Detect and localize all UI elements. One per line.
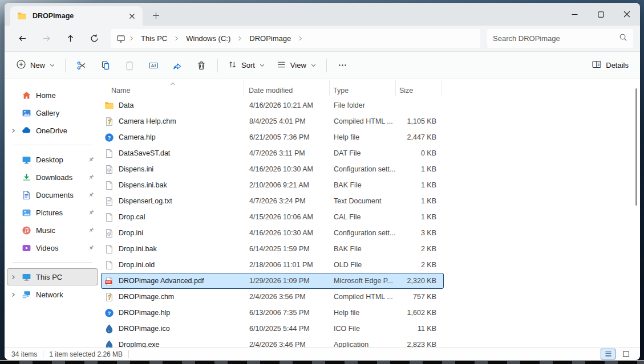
plus-circle-icon bbox=[16, 59, 26, 71]
file-date-modified: 6/14/2025 1:59 PM bbox=[244, 245, 330, 253]
details-view-button[interactable] bbox=[601, 349, 615, 359]
file-file-icon bbox=[104, 260, 114, 270]
rename-button[interactable]: A bbox=[141, 55, 165, 76]
chm-file-icon: ? bbox=[104, 292, 114, 302]
sidebar-item-home[interactable]: Home bbox=[7, 87, 98, 104]
file-list: Data 4/16/2026 10:21 AM File folder ? Ca… bbox=[100, 97, 640, 347]
file-row[interactable]: DataSaveST.dat 4/7/2026 3:11 PM DAT File… bbox=[101, 145, 444, 161]
large-icons-view-button[interactable] bbox=[618, 349, 633, 359]
maximize-button[interactable] bbox=[588, 3, 614, 26]
chevron-right-icon[interactable] bbox=[295, 35, 305, 42]
more-options-button[interactable] bbox=[331, 55, 355, 76]
ini-file-icon bbox=[104, 228, 114, 238]
minimize-button[interactable] bbox=[561, 3, 588, 26]
sidebar-item-gallery[interactable]: Gallery bbox=[7, 104, 98, 121]
column-header-size[interactable]: Size bbox=[396, 80, 442, 96]
file-name: Drop.cal bbox=[119, 213, 145, 221]
address-bar[interactable]: This PCWindows (C:)DROPimage bbox=[111, 29, 480, 48]
file-date-modified: 1/29/2026 1:09 PM bbox=[244, 277, 330, 285]
file-row[interactable]: Drop.ini.bak 6/14/2025 1:59 PM BAK File … bbox=[101, 241, 444, 257]
file-row[interactable]: Drop.cal 4/15/2026 10:06 AM CAL File 1 K… bbox=[101, 209, 444, 225]
copy-button[interactable] bbox=[94, 55, 118, 76]
search-icon[interactable] bbox=[619, 33, 627, 44]
file-type: Microsoft Edge P... bbox=[330, 277, 396, 285]
file-row[interactable]: ? DROPimage.hlp 6/13/2006 7:35 PM Help f… bbox=[101, 305, 444, 321]
sidebar-item-label: Documents bbox=[34, 191, 84, 199]
file-row[interactable]: Drop.ini.old 2/18/2006 11:01 PM OLD File… bbox=[101, 257, 444, 273]
sidebar-item-pictures[interactable]: Pictures bbox=[7, 204, 98, 221]
scrollbar-thumb[interactable] bbox=[635, 88, 637, 206]
chevron-right-icon[interactable] bbox=[127, 35, 136, 42]
forward-button[interactable] bbox=[37, 29, 56, 48]
up-button[interactable] bbox=[60, 29, 80, 48]
file-row[interactable]: DROPimage.ico 6/10/2025 5:44 PM ICO File… bbox=[101, 321, 444, 337]
file-size: 0 KB bbox=[396, 149, 442, 157]
file-row[interactable]: Drop.ini 4/16/2026 10:30 AM Configuratio… bbox=[101, 225, 444, 241]
file-type: ICO File bbox=[330, 325, 396, 333]
details-pane-button[interactable]: Details bbox=[586, 55, 634, 76]
sidebar-item-documents[interactable]: Documents bbox=[7, 186, 98, 203]
sidebar-item-this-pc[interactable]: This PC bbox=[7, 268, 98, 285]
file-date-modified: 6/13/2006 7:35 PM bbox=[244, 309, 330, 317]
chevron-right-icon[interactable] bbox=[7, 274, 19, 280]
breadcrumb-item[interactable]: This PC bbox=[136, 32, 172, 45]
tab-close-icon[interactable] bbox=[125, 10, 138, 22]
chevron-right-icon[interactable] bbox=[7, 292, 19, 298]
sidebar-item-desktop[interactable]: Desktop bbox=[7, 151, 98, 168]
file-row[interactable]: Dispens.ini 4/16/2026 10:30 AM Configura… bbox=[101, 161, 444, 177]
chevron-right-icon[interactable] bbox=[7, 128, 19, 134]
view-button[interactable]: View bbox=[271, 55, 322, 76]
file-row[interactable]: ? Camera.hlp 6/21/2005 7:36 PM Help file… bbox=[101, 129, 444, 145]
file-row[interactable]: Data 4/16/2026 10:21 AM File folder bbox=[101, 97, 444, 113]
sidebar-item-videos[interactable]: Videos bbox=[7, 239, 98, 256]
file-type: Text Document bbox=[330, 197, 396, 205]
chevron-right-icon[interactable] bbox=[172, 35, 181, 42]
paste-button[interactable] bbox=[118, 55, 141, 76]
file-row[interactable]: ? Camera Help.chm 8/4/2025 4:01 PM Compi… bbox=[101, 113, 444, 129]
file-name: DROPimage.chm bbox=[119, 293, 174, 301]
sidebar-item-label: OneDrive bbox=[34, 126, 84, 135]
sort-button[interactable]: Sort bbox=[222, 55, 271, 76]
sidebar-item-label: Desktop bbox=[34, 156, 84, 164]
close-button[interactable] bbox=[614, 3, 640, 26]
sidebar-item-onedrive[interactable]: OneDrive bbox=[7, 122, 98, 139]
column-header-name[interactable]: Name bbox=[102, 80, 244, 96]
sidebar-item-network[interactable]: Network bbox=[7, 286, 98, 303]
sidebar-item-label: Downloads bbox=[34, 173, 84, 182]
sidebar: Home Gallery OneDrive Desktop bbox=[5, 79, 100, 347]
file-date-modified: 2/4/2026 3:56 PM bbox=[244, 293, 330, 301]
chevron-right-icon[interactable] bbox=[235, 35, 245, 42]
toolbar-divider bbox=[65, 59, 66, 72]
breadcrumb-item[interactable]: Windows (C:) bbox=[181, 32, 235, 45]
file-date-modified: 2/4/2026 3:46 PM bbox=[244, 341, 330, 347]
vertical-scrollbar[interactable] bbox=[634, 81, 639, 345]
pin-icon bbox=[84, 209, 98, 216]
new-button[interactable]: New bbox=[10, 55, 61, 76]
file-row[interactable]: DropImg.exe 2/4/2026 3:46 PM Application… bbox=[101, 337, 444, 347]
breadcrumb-item[interactable]: DROPimage bbox=[245, 32, 295, 45]
back-button[interactable] bbox=[13, 29, 32, 48]
file-row[interactable]: Dispens.ini.bak 2/10/2006 9:21 AM BAK Fi… bbox=[101, 177, 444, 193]
new-tab-button[interactable] bbox=[147, 7, 164, 24]
this-pc-icon bbox=[19, 272, 34, 282]
delete-button[interactable] bbox=[189, 55, 213, 76]
file-name: Dispens.ini bbox=[119, 165, 153, 173]
file-explorer-window: DROPimage bbox=[5, 3, 640, 360]
sidebar-item-label: Gallery bbox=[34, 109, 84, 117]
file-row[interactable]: ? DROPimage.chm 2/4/2026 3:56 PM Compile… bbox=[101, 289, 444, 305]
cut-button[interactable] bbox=[70, 55, 94, 76]
status-bar: 34 items 1 item selected 2.26 MB bbox=[5, 347, 640, 360]
refresh-button[interactable] bbox=[84, 29, 104, 48]
explorer-tab[interactable]: DROPimage bbox=[10, 6, 143, 26]
search-box[interactable] bbox=[487, 29, 633, 48]
toolbar-divider bbox=[217, 59, 218, 72]
column-headers: Name Date modified Type Size bbox=[102, 80, 640, 96]
sidebar-item-downloads[interactable]: Downloads bbox=[7, 169, 98, 186]
share-button[interactable] bbox=[165, 55, 189, 76]
sidebar-item-music[interactable]: Music bbox=[7, 222, 98, 239]
column-header-date-modified[interactable]: Date modified bbox=[244, 80, 330, 96]
search-input[interactable] bbox=[493, 34, 619, 43]
file-row[interactable]: DispenserLog.txt 4/7/2026 3:24 PM Text D… bbox=[101, 193, 444, 209]
column-header-type[interactable]: Type bbox=[330, 80, 396, 96]
file-row[interactable]: PDF DROPimage Advanced.pdf 1/29/2026 1:0… bbox=[101, 273, 444, 289]
